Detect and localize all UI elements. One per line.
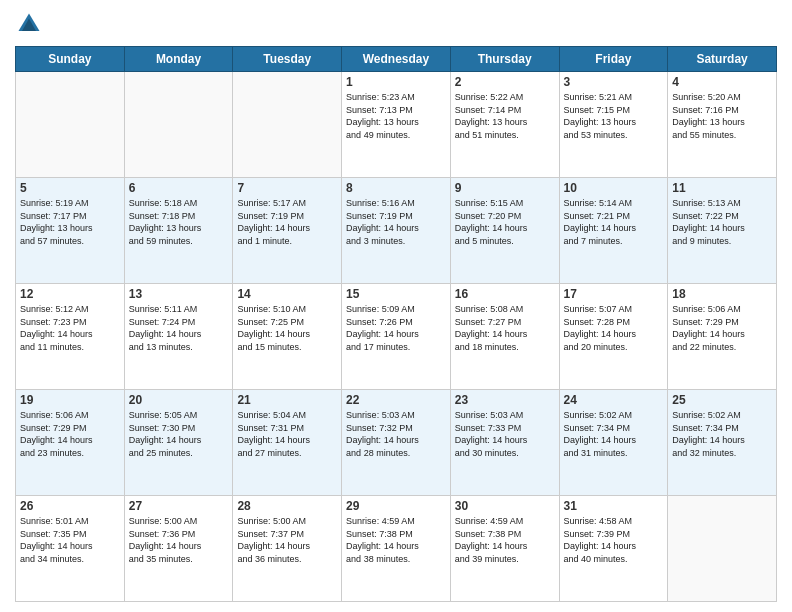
calendar-cell-5-5: 30Sunrise: 4:59 AM Sunset: 7:38 PM Dayli… (450, 496, 559, 602)
calendar-cell-4-7: 25Sunrise: 5:02 AM Sunset: 7:34 PM Dayli… (668, 390, 777, 496)
day-info: Sunrise: 5:06 AM Sunset: 7:29 PM Dayligh… (20, 409, 120, 459)
day-number: 27 (129, 499, 229, 513)
day-number: 17 (564, 287, 664, 301)
day-number: 19 (20, 393, 120, 407)
calendar-cell-5-1: 26Sunrise: 5:01 AM Sunset: 7:35 PM Dayli… (16, 496, 125, 602)
weekday-header-thursday: Thursday (450, 47, 559, 72)
day-info: Sunrise: 5:09 AM Sunset: 7:26 PM Dayligh… (346, 303, 446, 353)
weekday-header-wednesday: Wednesday (342, 47, 451, 72)
calendar-cell-3-7: 18Sunrise: 5:06 AM Sunset: 7:29 PM Dayli… (668, 284, 777, 390)
calendar-cell-5-4: 29Sunrise: 4:59 AM Sunset: 7:38 PM Dayli… (342, 496, 451, 602)
calendar-cell-5-7 (668, 496, 777, 602)
day-number: 26 (20, 499, 120, 513)
day-info: Sunrise: 5:00 AM Sunset: 7:36 PM Dayligh… (129, 515, 229, 565)
calendar-table: SundayMondayTuesdayWednesdayThursdayFrid… (15, 46, 777, 602)
day-number: 31 (564, 499, 664, 513)
header (15, 10, 777, 38)
weekday-header-monday: Monday (124, 47, 233, 72)
calendar-cell-5-2: 27Sunrise: 5:00 AM Sunset: 7:36 PM Dayli… (124, 496, 233, 602)
day-info: Sunrise: 5:22 AM Sunset: 7:14 PM Dayligh… (455, 91, 555, 141)
day-info: Sunrise: 5:23 AM Sunset: 7:13 PM Dayligh… (346, 91, 446, 141)
calendar-cell-4-5: 23Sunrise: 5:03 AM Sunset: 7:33 PM Dayli… (450, 390, 559, 496)
calendar-week-3: 12Sunrise: 5:12 AM Sunset: 7:23 PM Dayli… (16, 284, 777, 390)
calendar-week-2: 5Sunrise: 5:19 AM Sunset: 7:17 PM Daylig… (16, 178, 777, 284)
day-number: 21 (237, 393, 337, 407)
day-number: 20 (129, 393, 229, 407)
day-number: 3 (564, 75, 664, 89)
day-number: 1 (346, 75, 446, 89)
weekday-header-saturday: Saturday (668, 47, 777, 72)
calendar-header: SundayMondayTuesdayWednesdayThursdayFrid… (16, 47, 777, 72)
day-info: Sunrise: 5:21 AM Sunset: 7:15 PM Dayligh… (564, 91, 664, 141)
day-info: Sunrise: 5:01 AM Sunset: 7:35 PM Dayligh… (20, 515, 120, 565)
day-number: 4 (672, 75, 772, 89)
calendar-cell-1-5: 2Sunrise: 5:22 AM Sunset: 7:14 PM Daylig… (450, 72, 559, 178)
calendar-cell-3-1: 12Sunrise: 5:12 AM Sunset: 7:23 PM Dayli… (16, 284, 125, 390)
calendar-cell-4-2: 20Sunrise: 5:05 AM Sunset: 7:30 PM Dayli… (124, 390, 233, 496)
calendar-body: 1Sunrise: 5:23 AM Sunset: 7:13 PM Daylig… (16, 72, 777, 602)
day-info: Sunrise: 5:18 AM Sunset: 7:18 PM Dayligh… (129, 197, 229, 247)
day-info: Sunrise: 5:02 AM Sunset: 7:34 PM Dayligh… (672, 409, 772, 459)
day-number: 24 (564, 393, 664, 407)
day-number: 6 (129, 181, 229, 195)
calendar-cell-3-2: 13Sunrise: 5:11 AM Sunset: 7:24 PM Dayli… (124, 284, 233, 390)
calendar-cell-2-6: 10Sunrise: 5:14 AM Sunset: 7:21 PM Dayli… (559, 178, 668, 284)
calendar-cell-2-5: 9Sunrise: 5:15 AM Sunset: 7:20 PM Daylig… (450, 178, 559, 284)
day-info: Sunrise: 5:12 AM Sunset: 7:23 PM Dayligh… (20, 303, 120, 353)
calendar-week-5: 26Sunrise: 5:01 AM Sunset: 7:35 PM Dayli… (16, 496, 777, 602)
day-info: Sunrise: 5:10 AM Sunset: 7:25 PM Dayligh… (237, 303, 337, 353)
day-info: Sunrise: 5:19 AM Sunset: 7:17 PM Dayligh… (20, 197, 120, 247)
calendar-cell-2-4: 8Sunrise: 5:16 AM Sunset: 7:19 PM Daylig… (342, 178, 451, 284)
logo-icon (15, 10, 43, 38)
day-info: Sunrise: 5:11 AM Sunset: 7:24 PM Dayligh… (129, 303, 229, 353)
weekday-header-tuesday: Tuesday (233, 47, 342, 72)
day-number: 9 (455, 181, 555, 195)
calendar-cell-5-6: 31Sunrise: 4:58 AM Sunset: 7:39 PM Dayli… (559, 496, 668, 602)
day-number: 10 (564, 181, 664, 195)
calendar-cell-4-3: 21Sunrise: 5:04 AM Sunset: 7:31 PM Dayli… (233, 390, 342, 496)
logo (15, 10, 47, 38)
day-number: 16 (455, 287, 555, 301)
calendar-cell-5-3: 28Sunrise: 5:00 AM Sunset: 7:37 PM Dayli… (233, 496, 342, 602)
day-info: Sunrise: 5:06 AM Sunset: 7:29 PM Dayligh… (672, 303, 772, 353)
day-info: Sunrise: 4:58 AM Sunset: 7:39 PM Dayligh… (564, 515, 664, 565)
day-info: Sunrise: 5:16 AM Sunset: 7:19 PM Dayligh… (346, 197, 446, 247)
day-number: 13 (129, 287, 229, 301)
day-number: 18 (672, 287, 772, 301)
calendar-cell-1-2 (124, 72, 233, 178)
day-info: Sunrise: 5:03 AM Sunset: 7:33 PM Dayligh… (455, 409, 555, 459)
calendar-cell-2-2: 6Sunrise: 5:18 AM Sunset: 7:18 PM Daylig… (124, 178, 233, 284)
day-info: Sunrise: 5:02 AM Sunset: 7:34 PM Dayligh… (564, 409, 664, 459)
day-info: Sunrise: 5:17 AM Sunset: 7:19 PM Dayligh… (237, 197, 337, 247)
weekday-header-sunday: Sunday (16, 47, 125, 72)
calendar-cell-3-6: 17Sunrise: 5:07 AM Sunset: 7:28 PM Dayli… (559, 284, 668, 390)
page: SundayMondayTuesdayWednesdayThursdayFrid… (0, 0, 792, 612)
day-number: 25 (672, 393, 772, 407)
day-info: Sunrise: 5:20 AM Sunset: 7:16 PM Dayligh… (672, 91, 772, 141)
day-number: 23 (455, 393, 555, 407)
day-number: 12 (20, 287, 120, 301)
day-number: 30 (455, 499, 555, 513)
calendar-cell-2-3: 7Sunrise: 5:17 AM Sunset: 7:19 PM Daylig… (233, 178, 342, 284)
day-info: Sunrise: 5:15 AM Sunset: 7:20 PM Dayligh… (455, 197, 555, 247)
day-number: 14 (237, 287, 337, 301)
day-number: 5 (20, 181, 120, 195)
calendar-cell-2-1: 5Sunrise: 5:19 AM Sunset: 7:17 PM Daylig… (16, 178, 125, 284)
day-info: Sunrise: 5:08 AM Sunset: 7:27 PM Dayligh… (455, 303, 555, 353)
day-number: 11 (672, 181, 772, 195)
weekday-header-friday: Friday (559, 47, 668, 72)
calendar-cell-3-4: 15Sunrise: 5:09 AM Sunset: 7:26 PM Dayli… (342, 284, 451, 390)
day-number: 22 (346, 393, 446, 407)
calendar-cell-3-5: 16Sunrise: 5:08 AM Sunset: 7:27 PM Dayli… (450, 284, 559, 390)
day-number: 28 (237, 499, 337, 513)
day-number: 7 (237, 181, 337, 195)
day-info: Sunrise: 5:14 AM Sunset: 7:21 PM Dayligh… (564, 197, 664, 247)
day-number: 15 (346, 287, 446, 301)
day-info: Sunrise: 4:59 AM Sunset: 7:38 PM Dayligh… (455, 515, 555, 565)
weekday-header-row: SundayMondayTuesdayWednesdayThursdayFrid… (16, 47, 777, 72)
day-info: Sunrise: 5:07 AM Sunset: 7:28 PM Dayligh… (564, 303, 664, 353)
day-number: 29 (346, 499, 446, 513)
day-info: Sunrise: 5:00 AM Sunset: 7:37 PM Dayligh… (237, 515, 337, 565)
calendar-week-1: 1Sunrise: 5:23 AM Sunset: 7:13 PM Daylig… (16, 72, 777, 178)
calendar-week-4: 19Sunrise: 5:06 AM Sunset: 7:29 PM Dayli… (16, 390, 777, 496)
